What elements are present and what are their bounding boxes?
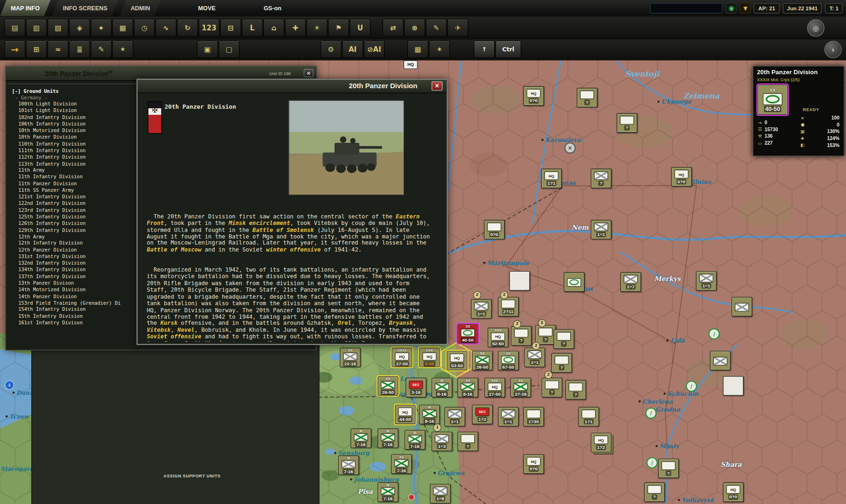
ai-off-icon[interactable]: ⊘AI: [364, 41, 385, 58]
turn-clock-icon[interactable]: ◷: [134, 19, 155, 36]
map-unit-counter[interactable]: XX8-16: [458, 378, 478, 398]
map-unit-counter[interactable]: ?: [617, 113, 637, 133]
unit-list-item[interactable]: 154th Infantry Division: [9, 306, 140, 313]
map-unit-counter[interactable]: XX27-16: [510, 378, 531, 398]
map-unit-counter[interactable]: 1=1: [696, 271, 717, 291]
unit-list-item[interactable]: 123rd Infantry Division: [9, 207, 140, 213]
map-unit-counter[interactable]: ?: [542, 378, 562, 398]
map-unit-counter[interactable]: ?: [535, 325, 556, 344]
map-unit-counter[interactable]: 1=1: [498, 407, 518, 427]
assign-support-units-button[interactable]: ASSIGN SUPPORT UNITS: [163, 474, 220, 478]
tab-admin[interactable]: ADMIN: [120, 0, 161, 16]
map-unit-counter[interactable]: HQ0?0: [671, 167, 692, 187]
map-unit-counter[interactable]: HQ0?0: [723, 483, 743, 502]
show-window-icon[interactable]: ▢: [218, 41, 239, 58]
map-unit-counter[interactable]: III8-16: [419, 405, 440, 424]
strategic-rail-icon[interactable]: ⊞: [26, 41, 47, 58]
map-unit-counter[interactable]: 1?30: [524, 407, 544, 427]
map-unit-counter[interactable]: XXXHQ52-50: [488, 328, 508, 347]
supply-valve-icon[interactable]: ⚙: [321, 41, 342, 58]
unit-list-item[interactable]: 111th Infantry Division: [9, 147, 140, 154]
unit-list-item[interactable]: 14th Motorized Division: [9, 287, 140, 293]
rail-line-icon[interactable]: ≣: [69, 41, 90, 58]
unit-list-item[interactable]: 12th Panzer Division: [9, 246, 140, 253]
move-mode-icon[interactable]: →: [4, 41, 25, 58]
map-unit-counter[interactable]: ?: [458, 432, 478, 451]
map-unit-counter[interactable]: XX22-16: [340, 348, 360, 367]
unit-list-item[interactable]: 112th Infantry Division: [9, 154, 140, 161]
map-unit-counter[interactable]: 1=1: [471, 299, 491, 319]
map-unit-counter[interactable]: HQ0?0: [524, 455, 544, 474]
map-unit-counter[interactable]: XXXHQ0-50: [419, 348, 440, 367]
map-unit-counter[interactable]: 1=1: [445, 407, 465, 427]
unit-list-item[interactable]: 121st Infantry Division: [9, 194, 140, 200]
unit-list-item[interactable]: 101st Light Division: [9, 107, 140, 114]
refresh-icon[interactable]: ↻: [177, 19, 198, 36]
map-unit-counter[interactable]: III7-16: [378, 428, 398, 448]
unit-list-item[interactable]: 106th Infantry Division: [9, 121, 140, 127]
map-unit-counter[interactable]: [510, 271, 530, 291]
map-unit-counter[interactable]: XX26-50: [472, 351, 493, 371]
map-unit-counter[interactable]: 2?11: [498, 297, 518, 316]
map-unit-counter[interactable]: HQ0?0: [524, 86, 544, 106]
unit-list-item[interactable]: 14th Panzer Division: [9, 293, 140, 300]
tab-map-info[interactable]: MAP INFO: [0, 0, 50, 16]
unit-list-item[interactable]: 113th Infantry Division: [9, 161, 140, 167]
map-unit-counter[interactable]: ?: [591, 169, 611, 189]
unit-list-item[interactable]: 10th Panzer Division: [9, 134, 140, 140]
unit-list-item[interactable]: 126th Infantry Division: [9, 220, 140, 227]
edit-icon[interactable]: ✎: [91, 41, 112, 58]
unit-list-item[interactable]: 11th Army: [9, 167, 140, 174]
factory-aa-icon[interactable]: ▦: [112, 19, 133, 36]
construction-icon[interactable]: ✚: [285, 19, 306, 36]
jump-map-icon[interactable]: ⌖: [91, 19, 112, 36]
close-icon[interactable]: ✕: [304, 69, 314, 77]
show-counters-icon[interactable]: ▣: [197, 41, 218, 58]
unit-list-item[interactable]: 11th Panzer Division: [9, 180, 140, 187]
map-unit-counter[interactable]: III7-16: [405, 430, 425, 450]
unit-list-item[interactable]: 153rd Field Training (Grenadier) Di: [9, 300, 140, 306]
map-unit-counter[interactable]: HQ53-50: [447, 351, 467, 371]
map-unit-counter[interactable]: HQ1?1: [541, 169, 562, 189]
map-unit-counter[interactable]: 1=1: [524, 348, 545, 367]
unit-list-item[interactable]: 13th Panzer Divison: [9, 280, 140, 286]
tab-info-screens[interactable]: INFO SCREENS: [52, 0, 119, 16]
close-icon[interactable]: ✕: [432, 81, 442, 91]
map-unit-counter[interactable]: XX7-16: [391, 455, 412, 474]
unit-list-item[interactable]: 122nd Infantry Division: [9, 200, 140, 207]
map-unit-counter[interactable]: [732, 297, 752, 316]
search-input[interactable]: [650, 3, 723, 13]
globe-icon[interactable]: ◉: [726, 3, 737, 14]
weather-icon[interactable]: ☀: [307, 19, 328, 36]
map-unit-counter[interactable]: ?: [644, 483, 665, 502]
map-unit-counter[interactable]: XXXXHQ27-50: [392, 348, 412, 367]
map-unit-counter[interactable]: 1=3: [432, 432, 452, 451]
map-unit-counter[interactable]: ?: [577, 88, 597, 107]
victory-flag-icon[interactable]: ⚑: [328, 19, 349, 36]
map-unit-counter[interactable]: 0?0: [484, 220, 504, 239]
unit-list-item[interactable]: 11th SS Panzer Army: [9, 187, 140, 194]
map-unit-counter[interactable]: XX26-50: [378, 376, 398, 396]
unit-list-item[interactable]: 11th Infantry Division: [9, 174, 140, 180]
airstrike-icon[interactable]: ✶: [112, 41, 133, 58]
map-unit-counter[interactable]: HQ1?2: [591, 433, 611, 452]
logistics-icon[interactable]: L: [242, 19, 263, 36]
map-unit-counter[interactable]: [564, 272, 584, 292]
map-unit-counter[interactable]: ?: [552, 353, 572, 373]
map-unit-counter[interactable]: HQ44-50: [395, 405, 415, 424]
map-unit-counter[interactable]: ?: [566, 380, 586, 399]
map-unit-counter[interactable]: 1=1: [591, 220, 611, 239]
map-unit-counter[interactable]: SEC3-16: [406, 378, 426, 398]
air-transfer-icon[interactable]: ✈: [447, 19, 468, 36]
unit-list-item[interactable]: 102nd Infantry Division: [9, 114, 140, 120]
counter-copy-icon[interactable]: ▥: [26, 19, 47, 36]
unit-list-item[interactable]: 131st Infantry Division: [9, 253, 140, 260]
unit-upgrade-icon[interactable]: U: [350, 19, 371, 36]
city-production-icon[interactable]: ⌂: [263, 19, 284, 36]
ctrl-key[interactable]: Ctrl: [495, 41, 521, 58]
rail-123-icon[interactable]: 123: [199, 19, 220, 36]
map-unit-counter[interactable]: 1?1: [579, 407, 599, 427]
map-unit-counter[interactable]: [710, 351, 731, 371]
map-unit-counter[interactable]: III7-16: [338, 455, 359, 475]
unit-list-item[interactable]: 161st Infantry Divison: [9, 320, 140, 326]
